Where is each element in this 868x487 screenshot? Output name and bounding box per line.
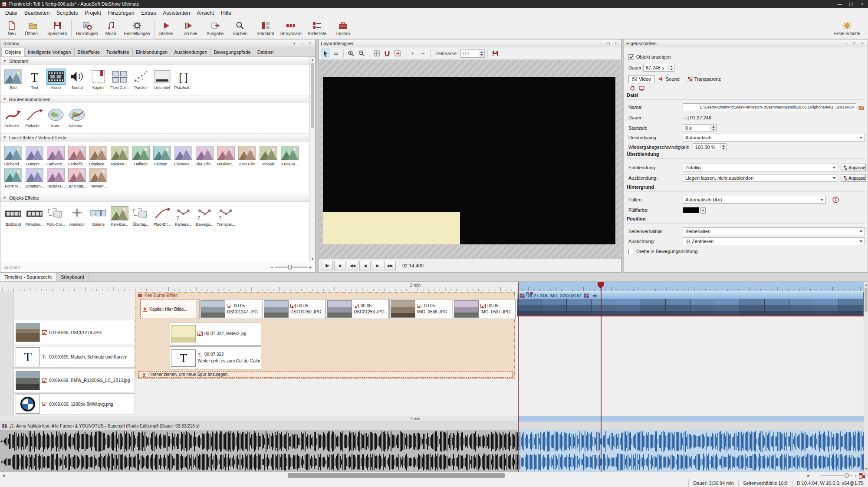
video-clip-img3203[interactable]: 01:27.248, IMG_3203.MOV — [517, 292, 864, 316]
seitenverhaeltnis-select[interactable]: Beibehalten — [683, 227, 865, 235]
chapter-clip[interactable]: Kapitel: Hier Bilde... — [140, 299, 197, 319]
maximize-icon[interactable]: ▢ — [845, 0, 857, 8]
menu-projekt[interactable]: Projekt — [81, 8, 104, 18]
clip-dsc01253-jpg[interactable]: 00:05DSC01253.JPG — [326, 299, 389, 319]
tool-maskiert[interactable]: Maskiert... — [215, 145, 237, 166]
toolbar-button-ab-hier[interactable]: ... ab hier — [176, 19, 201, 38]
search-input[interactable]: Suchen — [4, 265, 268, 270]
clip-img-0537-jpg[interactable]: 00:05IMG_0537.JPG — [453, 299, 516, 319]
toolbox-tab-bewegungspfade[interactable]: Bewegungspfade — [210, 48, 254, 56]
zoom-in-icon[interactable]: + — [854, 473, 857, 478]
tool-pfad-eff[interactable]: Pfad-Eff... — [151, 205, 173, 227]
tool-filmstrei[interactable]: Filmstrei... — [24, 205, 45, 227]
toolbar-button-öffnen[interactable]: Öffnen... — [22, 19, 44, 38]
rotate-icon[interactable] — [628, 85, 636, 92]
toolbar-button-standard[interactable]: Standard — [253, 19, 277, 38]
fit-icon[interactable] — [393, 49, 402, 58]
skip-end-button[interactable]: ▶▶ — [385, 261, 396, 270]
display-icon[interactable] — [638, 85, 645, 92]
panel-pin-icon[interactable]: ▾ — [291, 40, 297, 46]
tool-bildband[interactable]: Bildband — [3, 205, 24, 227]
tool-kartena[interactable]: Kartena... — [66, 107, 88, 128]
grid-icon[interactable] — [372, 49, 381, 58]
menu-hilfe[interactable]: Hilfe — [217, 8, 235, 18]
tool-transpar[interactable]: ?Transpar... — [215, 205, 237, 227]
info-icon[interactable] — [832, 197, 839, 203]
toolbox-tab-intelligente-vorlagen[interactable]: Intelligente Vorlagen — [24, 48, 75, 56]
tool-blur-effe[interactable]: Blur-Effe... — [194, 145, 215, 166]
toolbar-button-suchen[interactable]: Suchen — [230, 19, 250, 38]
timeline-vscrollbar[interactable]: ▲ ▼ — [864, 282, 868, 472]
preview-stage[interactable] — [323, 77, 615, 244]
tool-kreis-m[interactable]: Kreis-M... — [279, 145, 300, 166]
ausblendung-select[interactable]: Liegen lassen, nicht ausblenden — [683, 174, 838, 182]
tool-ken-bur[interactable]: Ken-Bur... — [109, 205, 130, 227]
section-collapse-icon[interactable]: ▼ — [3, 97, 7, 101]
toolbox-tab-ausblendungen[interactable]: Ausblendungen — [171, 48, 210, 56]
toolbox-scrollbar[interactable]: ▲ ▼ — [309, 57, 315, 262]
toolbox-tab-objekte[interactable]: Objekte — [1, 48, 25, 56]
einblendung-anpassen-button[interactable]: Anpassen — [841, 164, 866, 171]
panel-close-icon[interactable]: × — [859, 40, 865, 46]
tool-text[interactable]: TText — [24, 69, 45, 90]
slider-thumb[interactable] — [288, 265, 292, 270]
prev-frame-button[interactable]: ◀ — [359, 261, 371, 270]
zoom-out-icon[interactable]: − — [270, 265, 273, 270]
kenburns-collapse-icon[interactable] — [138, 294, 142, 297]
panel-max-icon[interactable]: ▢ — [605, 40, 611, 46]
tab-storyboard[interactable]: Storyboard — [56, 273, 89, 281]
tool-untertitel[interactable]: Untertitel — [151, 69, 173, 90]
menu-extras[interactable]: Extras — [138, 8, 160, 18]
toolbar-button-musik[interactable]: Musik — [101, 19, 121, 38]
scroll-left-icon[interactable]: ◀ — [0, 472, 7, 479]
toolbox-tab-einblendungen[interactable]: Einblendungen — [132, 48, 171, 56]
tool-video[interactable]: Video — [45, 69, 66, 90]
section-collapse-icon[interactable]: ▼ — [3, 135, 7, 139]
panel-close-icon[interactable]: × — [307, 40, 313, 46]
thumbnail-zoom-slider[interactable]: − + — [270, 265, 312, 270]
tool-farbvers[interactable]: Farbvers... — [45, 145, 66, 166]
scroll-right-icon[interactable]: ▶ — [805, 472, 812, 479]
toolbox-section-live-effekte-video-effekte[interactable]: ▼Live-Effekte / Video-Effekte — [0, 133, 309, 141]
ausrichtung-select[interactable]: Zentrieren — [683, 237, 865, 245]
toolbox-tab-texteffekte[interactable]: Texteffekte — [103, 48, 133, 56]
menu-assistenten[interactable]: Assistenten — [160, 8, 194, 18]
panel-close-icon[interactable]: × — [613, 40, 619, 46]
tool-einfache[interactable]: Einfache... — [24, 107, 45, 128]
tool-texturka[interactable]: Texturka... — [45, 167, 66, 188]
menu-scriptlets[interactable]: Scriptlets — [53, 8, 81, 18]
tool-ebenene[interactable]: Ebenene... — [173, 145, 194, 166]
shape-tool-icon[interactable]: ▭ — [331, 49, 341, 58]
tool-galerie[interactable]: Galerie — [88, 205, 109, 227]
tool-bewegu[interactable]: ?Bewegu... — [194, 205, 215, 227]
file-name-field[interactable]: E:\Users\Admin\Pictures\Frankreich- zusa… — [683, 103, 856, 111]
deinterlacing-select[interactable]: Automatisch — [683, 134, 865, 141]
tool-karte[interactable]: Karte — [45, 107, 66, 128]
ausblendung-anpassen-button[interactable]: Anpassen — [841, 174, 866, 182]
clip-text-weiter[interactable]: T Tx00:07.322 Weiter geht es zum:Col du … — [170, 346, 261, 369]
timeline-hscrollbar[interactable]: ◀ ▶ − + — [0, 472, 868, 479]
next-frame-button[interactable]: ▶ — [372, 261, 383, 270]
toolbar-button-hinzufügen[interactable]: Hinzufügen — [73, 19, 101, 38]
tool-kamera[interactable]: ?Kamera... — [173, 205, 194, 227]
scroll-up-icon[interactable]: ▲ — [310, 57, 315, 63]
properties-header[interactable]: Eigenschaften ▫ ▢ × — [624, 39, 868, 47]
menu-datei[interactable]: Datei — [2, 8, 21, 18]
remove-keyframe-icon[interactable]: − — [418, 49, 428, 58]
toolbox-section-objekt-effekte[interactable]: ▼Objekt-Effekte — [0, 194, 309, 202]
zoom-in-icon[interactable]: + — [309, 265, 312, 270]
new-track-drop-area[interactable]: Hierher ziehen, um neue Spur anzulegen. — [138, 371, 513, 378]
kenburns-group[interactable]: Ken-Burns-Effekt Kapitel: Hier Bilde... … — [135, 292, 515, 379]
tool-dekorier[interactable]: Dekorier... — [3, 107, 24, 128]
show-object-checkbox[interactable] — [628, 54, 634, 60]
tab-transparenz[interactable]: Transparenz — [684, 75, 724, 83]
audio-waveform[interactable] — [0, 430, 864, 472]
add-keyframe-icon[interactable]: + — [408, 49, 418, 58]
tool-halbton[interactable]: Halbton — [130, 145, 151, 166]
timeline-options-icon[interactable] — [859, 473, 865, 478]
timeline-ruler[interactable]: 2 min — [0, 282, 864, 291]
tool-displace[interactable]: Displace... — [88, 145, 109, 166]
drehe-checkbox[interactable] — [628, 249, 634, 254]
section-collapse-icon[interactable]: ▼ — [3, 196, 7, 200]
tool-animator[interactable]: Animator — [66, 205, 88, 227]
